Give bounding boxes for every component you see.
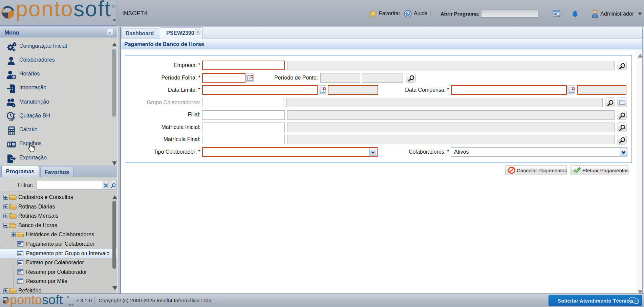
svg-text:pontosoft: pontosoft [10, 294, 63, 307]
svg-text:pontosoft: pontosoft [16, 0, 111, 21]
svg-text:?: ? [406, 11, 409, 16]
svg-text:eκ: eκ [69, 302, 74, 307]
